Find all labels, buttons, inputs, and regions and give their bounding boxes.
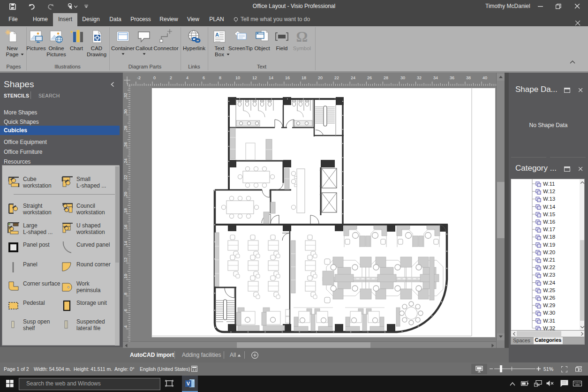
svg-text:W.25: W.25 (543, 287, 555, 293)
svg-text:0: 0 (153, 75, 156, 80)
svg-text:14: 14 (269, 75, 273, 80)
svg-text:14: 14 (123, 241, 128, 246)
svg-text:W.30: W.30 (543, 310, 555, 316)
svg-text:30: 30 (400, 75, 405, 80)
svg-text:W.17: W.17 (543, 226, 555, 232)
svg-text:W.13: W.13 (543, 196, 555, 202)
svg-text:8: 8 (219, 75, 221, 80)
svg-text:8: 8 (123, 293, 128, 295)
svg-text:W.16: W.16 (543, 219, 555, 225)
svg-text:20: 20 (318, 75, 323, 80)
svg-text:W.12: W.12 (543, 188, 555, 194)
svg-text:6: 6 (123, 309, 128, 311)
svg-text:12: 12 (252, 75, 257, 80)
svg-text:W.31: W.31 (543, 318, 555, 324)
svg-text:34: 34 (433, 75, 438, 80)
svg-text:4: 4 (123, 325, 128, 328)
svg-text:38: 38 (466, 75, 471, 80)
svg-text:28: 28 (123, 126, 128, 130)
svg-text:32: 32 (417, 75, 422, 80)
svg-text:24: 24 (123, 158, 128, 163)
svg-text:-2: -2 (137, 75, 141, 80)
svg-text:10: 10 (235, 75, 240, 80)
svg-text:40: 40 (482, 75, 487, 80)
svg-text:30: 30 (123, 109, 128, 114)
svg-text:6: 6 (203, 75, 205, 80)
svg-text:W.18: W.18 (543, 234, 555, 240)
svg-text:18: 18 (302, 75, 306, 80)
svg-text:W.26: W.26 (543, 295, 555, 301)
svg-text:W.32: W.32 (543, 325, 555, 331)
svg-text:26: 26 (123, 142, 128, 147)
svg-text:28: 28 (384, 75, 388, 80)
svg-text:26: 26 (367, 75, 372, 80)
svg-text:W.29: W.29 (543, 302, 555, 308)
svg-text:32: 32 (123, 93, 128, 98)
svg-text:16: 16 (123, 225, 128, 229)
svg-text:W.22: W.22 (543, 264, 555, 270)
svg-text:20: 20 (123, 192, 128, 196)
svg-text:10: 10 (123, 274, 128, 279)
svg-text:2: 2 (170, 75, 172, 80)
svg-text:24: 24 (351, 75, 355, 80)
svg-text:4: 4 (186, 75, 188, 80)
svg-text:W.15: W.15 (543, 211, 555, 217)
svg-text:W.23: W.23 (543, 272, 555, 278)
svg-text:Ω: Ω (296, 29, 308, 44)
svg-text:W.19: W.19 (543, 242, 555, 248)
svg-text:22: 22 (334, 75, 339, 80)
svg-text:12: 12 (123, 257, 128, 262)
svg-text:W.20: W.20 (543, 249, 555, 255)
svg-text:18: 18 (123, 208, 128, 213)
svg-text:36: 36 (450, 75, 454, 80)
svg-text:W.24: W.24 (543, 280, 556, 286)
svg-text:W.14: W.14 (543, 204, 556, 210)
svg-text:W.11: W.11 (543, 181, 555, 187)
svg-text:V: V (187, 381, 190, 386)
svg-text:A: A (215, 32, 219, 38)
svg-text:16: 16 (285, 75, 290, 80)
svg-text:W.21: W.21 (543, 257, 555, 263)
svg-text:22: 22 (123, 175, 128, 180)
